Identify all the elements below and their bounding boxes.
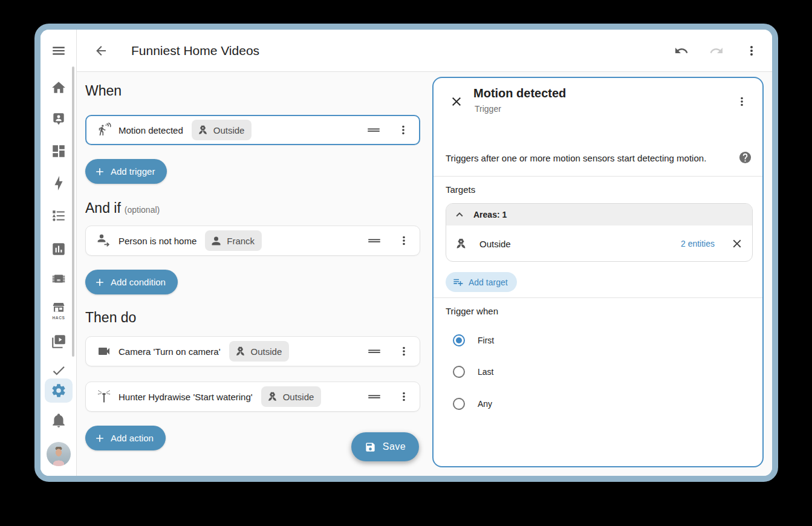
flower-icon <box>234 345 247 358</box>
hamburger-menu-icon[interactable] <box>51 43 67 59</box>
sidebar-item-media[interactable] <box>51 334 67 349</box>
trigger-row-label: Motion detected <box>119 125 183 135</box>
bulleted-list-icon <box>51 208 67 224</box>
redo-icon[interactable] <box>704 39 729 63</box>
areas-group-header[interactable]: Areas: 1 <box>446 204 752 226</box>
hacs-label: HACS <box>51 316 67 320</box>
add-trigger-button[interactable]: Add trigger <box>85 159 167 184</box>
automation-editor: When Motion detected Outside Add trigger <box>77 72 772 476</box>
panel-menu-icon[interactable] <box>730 89 754 114</box>
trigger-description: Triggers after one or more motion sensor… <box>446 152 729 164</box>
remove-area-icon[interactable] <box>727 234 747 253</box>
targets-label: Targets <box>446 184 475 195</box>
main-area: Funniest Home Videos When Motion detecte… <box>77 30 772 476</box>
drag-handle-icon[interactable] <box>366 343 382 359</box>
when-heading: When <box>85 82 122 100</box>
motion-sensor-icon <box>97 123 111 137</box>
radio-icon[interactable] <box>453 366 465 378</box>
sidebar-item-tasks[interactable] <box>51 363 67 377</box>
radio-selected-icon[interactable] <box>453 334 465 346</box>
action-row-camera[interactable]: Camera 'Turn on camera' Outside <box>85 336 420 366</box>
person-arrow-right-icon <box>97 233 111 248</box>
trigger-row-motion-detected[interactable]: Motion detected Outside <box>85 115 420 145</box>
sidebar-item-devices[interactable] <box>51 271 67 287</box>
flower-icon <box>266 391 279 403</box>
sidebar-item-energy[interactable] <box>51 175 67 191</box>
app-window: HACS Funniest Home Videos <box>41 30 772 476</box>
sidebar-scroll-area: HACS <box>41 72 77 377</box>
media-play-stack-icon <box>51 334 67 349</box>
save-button[interactable]: Save <box>351 432 419 461</box>
condition-row-label: Person is not home <box>119 236 197 246</box>
area-chip-outside[interactable]: Outside <box>261 386 322 407</box>
sidebar-item-home[interactable] <box>51 80 67 96</box>
floppy-disk-icon <box>365 441 376 453</box>
sidebar-item-logbook[interactable] <box>51 208 67 224</box>
area-chip-outside[interactable]: Outside <box>229 341 290 362</box>
row-menu-icon[interactable] <box>393 230 415 252</box>
radio-option-first[interactable]: First <box>453 332 494 349</box>
drag-handle-icon[interactable] <box>366 122 382 138</box>
close-icon[interactable] <box>447 93 466 112</box>
user-avatar[interactable] <box>47 442 71 466</box>
person-chip-franck[interactable]: Franck <box>205 230 262 251</box>
area-chip-outside[interactable]: Outside <box>192 120 252 140</box>
page-title: Funniest Home Videos <box>131 30 259 72</box>
back-arrow-icon[interactable] <box>89 39 113 63</box>
drag-handle-icon[interactable] <box>366 233 382 248</box>
undo-icon[interactable] <box>669 39 693 63</box>
appbar: Funniest Home Videos <box>77 30 772 72</box>
drag-handle-icon[interactable] <box>366 389 382 404</box>
areas-count-label: Areas: 1 <box>473 210 507 219</box>
sidebar: HACS <box>41 30 77 476</box>
trigger-when-label: Trigger when <box>446 306 498 316</box>
chip-icon <box>51 271 67 287</box>
sidebar-item-settings-active[interactable] <box>45 378 73 403</box>
radio-option-last[interactable]: Last <box>453 363 493 380</box>
sprinkler-icon <box>97 389 111 404</box>
notifications-bell-icon[interactable] <box>51 412 67 428</box>
help-circle-icon[interactable] <box>738 151 752 165</box>
and-if-heading: And if(optional) <box>85 199 160 219</box>
overflow-menu-icon[interactable] <box>739 39 764 63</box>
add-action-button[interactable]: Add action <box>85 426 166 450</box>
video-camera-icon <box>97 344 111 359</box>
panel-title: Motion detected <box>473 86 566 100</box>
area-target-row: Outside 2 entities <box>446 226 752 262</box>
add-condition-button[interactable]: Add condition <box>85 270 178 294</box>
sidebar-item-hacs[interactable]: HACS <box>51 300 67 316</box>
divider <box>434 176 762 177</box>
divider <box>434 297 762 298</box>
row-menu-icon[interactable] <box>392 119 414 141</box>
condition-row-person-not-home[interactable]: Person is not home Franck <box>85 226 420 256</box>
action-row-label: Camera 'Turn on camera' <box>119 346 221 357</box>
radio-icon[interactable] <box>453 398 465 410</box>
flower-icon <box>197 124 209 137</box>
add-target-button[interactable]: Add target <box>446 272 517 292</box>
area-name: Outside <box>479 239 681 249</box>
sidebar-scrollbar[interactable] <box>72 67 74 357</box>
then-do-heading: Then do <box>85 308 136 326</box>
bar-chart-box-icon <box>51 241 67 257</box>
entities-count-link[interactable]: 2 entities <box>681 239 715 248</box>
person-icon <box>210 235 222 247</box>
flower-icon <box>454 237 468 251</box>
panel-subtitle: Trigger <box>475 104 501 114</box>
row-menu-icon[interactable] <box>393 386 415 407</box>
person-badge-icon <box>51 111 67 127</box>
plus-icon <box>94 166 106 178</box>
action-row-sprinkler[interactable]: Hunter Hydrawise 'Start watering' Outsid… <box>85 382 420 412</box>
playlist-plus-icon <box>452 276 464 288</box>
radio-option-any[interactable]: Any <box>453 395 492 412</box>
action-row-label: Hunter Hydrawise 'Start watering' <box>119 392 253 402</box>
plus-icon <box>94 432 106 444</box>
sidebar-item-dashboard[interactable] <box>51 143 67 159</box>
home-icon <box>51 80 67 96</box>
row-menu-icon[interactable] <box>393 340 415 362</box>
device-frame: HACS Funniest Home Videos <box>34 24 778 482</box>
sidebar-item-history[interactable] <box>51 241 67 257</box>
sidebar-item-person-badge[interactable] <box>51 111 67 127</box>
dashboard-grid-icon <box>51 143 67 159</box>
hacs-store-icon <box>51 300 67 316</box>
plus-icon <box>94 276 106 288</box>
